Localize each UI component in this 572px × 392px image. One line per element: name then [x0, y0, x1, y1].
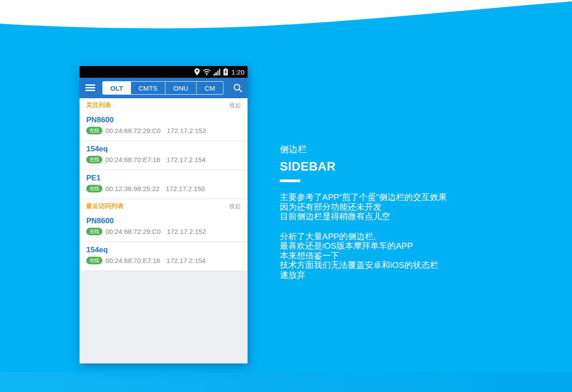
annotation-line: 遂放弃 [280, 270, 447, 280]
device-mac: 00:12:36:98:25:22 [105, 185, 160, 192]
annotation-title: SIDEBAR [280, 160, 447, 174]
collapse-button[interactable]: 收起 [229, 202, 241, 210]
device-ip: 172.17.2.154 [167, 257, 206, 264]
annotation-subtitle: 侧边栏 [280, 143, 447, 155]
title-underline [280, 179, 300, 182]
device-name: 154eq [86, 245, 241, 255]
device-mac: 00:24:68:72:29:C0 [105, 127, 160, 134]
device-name: PE1 [86, 173, 241, 183]
list-empty-area [80, 271, 248, 363]
device-name: PN8600 [86, 216, 241, 226]
android-status-bar: 1:20 [80, 66, 248, 78]
annotation-line: 最喜欢还是iOS版本摩拜单车的APP [280, 241, 447, 251]
annotation-line: 技术方面我们无法覆盖安卓和iOS的状态栏 [280, 260, 447, 270]
device-row[interactable]: PE1 在线 00:12:36:98:25:22 172.17.2.150 [80, 170, 248, 199]
search-icon[interactable] [233, 83, 243, 93]
device-mac: 00:24:68:70:E7:16 [105, 156, 160, 163]
annotation-line: 目前侧边栏显得稍微有点儿空 [280, 212, 447, 221]
status-time: 1:20 [231, 68, 244, 76]
section-header-watchlist: 关注列表 收起 [80, 98, 248, 112]
section-title: 关注列表 [86, 101, 111, 109]
device-name: PN8600 [86, 115, 241, 125]
annotation-line: 分析了大量APP的侧边栏, [280, 232, 447, 242]
device-ip: 172.17.2.150 [166, 185, 205, 192]
collapse-button[interactable]: 收起 [229, 101, 241, 109]
battery-charging-icon [223, 68, 228, 75]
top-white-wave [0, 0, 572, 31]
status-badge: 在线 [86, 127, 102, 134]
status-badge: 在线 [86, 185, 102, 192]
annotation-line: 本来想借鉴一下 [280, 251, 447, 261]
device-list: 关注列表 收起 PN8600 在线 00:24:68:72:29:C0 172.… [80, 98, 248, 363]
tab-cm[interactable]: CM [197, 82, 223, 94]
status-badge: 在线 [86, 228, 102, 235]
menu-icon[interactable] [85, 84, 95, 91]
device-row[interactable]: PN8600 在线 00:24:68:72:29:C0 172.17.2.152 [80, 112, 248, 141]
device-row[interactable]: PN8600 在线 00:24:68:72:29:C0 172.17.2.152 [80, 213, 248, 242]
tab-olt[interactable]: OLT [103, 82, 131, 94]
section-title: 最近访问列表 [86, 202, 124, 210]
device-row[interactable]: 154eq 在线 00:24:68:70:E7:16 172.17.2.154 [80, 141, 248, 170]
device-mac: 00:24:68:72:29:C0 [105, 228, 160, 235]
wifi-icon [202, 69, 211, 75]
device-type-tabs: OLT CMTS ONU CM [102, 81, 223, 95]
location-icon [194, 68, 200, 75]
annotation-paragraph-1: 主要参考了APP“煎了个蛋”侧边栏的交互效果 因为还有部分功能还未开发 目前侧边… [280, 192, 447, 221]
annotation-line: 主要参考了APP“煎了个蛋”侧边栏的交互效果 [280, 192, 447, 202]
device-ip: 172.17.2.152 [167, 228, 206, 235]
annotation-line: 因为还有部分功能还未开发 [280, 202, 447, 212]
phone-mockup: 1:20 OLT CMTS ONU CM 关注列表 收起 PN8600 在线 [80, 66, 248, 363]
device-row[interactable]: 154eq 在线 00:24:68:70:E7:16 172.17.2.154 [80, 242, 248, 271]
signal-icon [214, 69, 221, 75]
device-ip: 172.17.2.154 [167, 156, 206, 163]
annotation-paragraph-2: 分析了大量APP的侧边栏, 最喜欢还是iOS版本摩拜单车的APP 本来想借鉴一下… [280, 232, 447, 280]
design-annotation: 侧边栏 SIDEBAR 主要参考了APP“煎了个蛋”侧边栏的交互效果 因为还有部… [280, 143, 447, 279]
app-toolbar: OLT CMTS ONU CM [80, 78, 248, 98]
bottom-wave-band [0, 372, 572, 392]
device-name: 154eq [86, 144, 241, 154]
tab-onu[interactable]: ONU [165, 82, 197, 94]
device-mac: 00:24:68:70:E7:16 [105, 257, 160, 264]
status-badge: 在线 [86, 156, 102, 163]
status-badge: 在线 [86, 257, 102, 264]
tab-cmts[interactable]: CMTS [131, 82, 165, 94]
device-ip: 172.17.2.152 [167, 127, 206, 134]
section-header-recent: 最近访问列表 收起 [80, 199, 248, 213]
